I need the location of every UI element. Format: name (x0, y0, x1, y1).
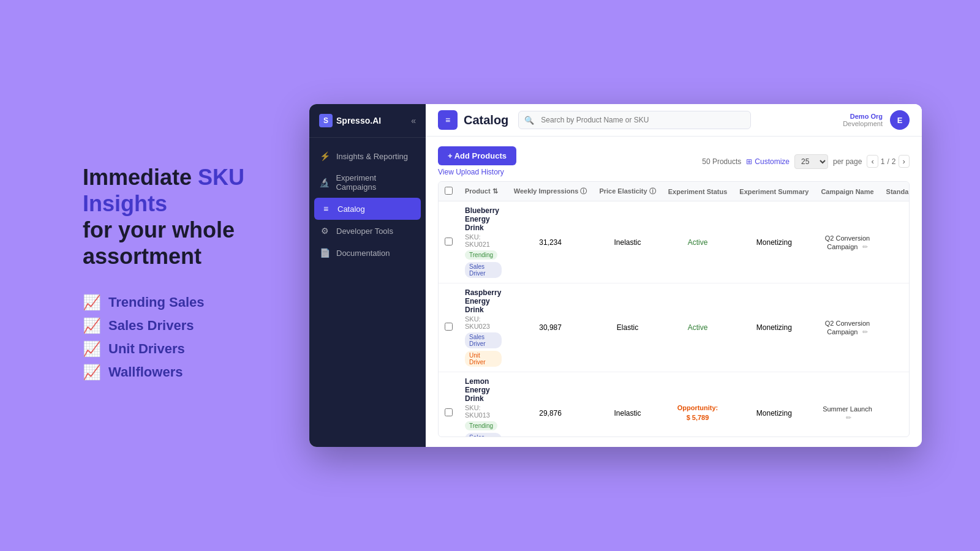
per-page-label: per page (833, 157, 862, 166)
sidebar-item-docs[interactable]: 📄 Documentation (309, 242, 426, 264)
exp-status-cell: Active (662, 201, 734, 283)
upload-history-link[interactable]: View Upload History (438, 168, 516, 176)
campaigns-icon: 🔬 (319, 178, 330, 187)
standard-price: $ 17.99 (909, 409, 910, 418)
page-total: 2 (892, 157, 896, 166)
catalog-nav-icon: ≡ (320, 204, 331, 214)
catalog-content: + Add Products View Upload History 50 Pr… (426, 137, 922, 447)
price-cell: $ 10.99 (880, 201, 910, 283)
sidebar-item-catalog[interactable]: ≡ Catalog (314, 198, 421, 220)
sales-drivers-icon: 📈 (83, 317, 101, 334)
sidebar-item-label: Documentation (336, 249, 390, 258)
sidebar-item-developer[interactable]: ⚙ Developer Tools (309, 220, 426, 242)
feature-label: Wallflowers (108, 364, 183, 380)
col-elasticity[interactable]: Price Elasticity ⓘ (593, 182, 662, 201)
col-impressions[interactable]: Weekly Impressions ⓘ (508, 182, 594, 201)
sidebar-item-insights[interactable]: ⚡ Insights & Reporting (309, 145, 426, 167)
top-bar: ≡ Catalog 🔍 Demo Org Development E (426, 104, 922, 137)
campaign-cell: Q2 Conversion Campaign ✏ (815, 283, 880, 372)
pagination: ‹ 1 / 2 › (867, 155, 910, 168)
per-page-select[interactable]: 25 50 100 (794, 154, 828, 169)
col-product[interactable]: Product ⇅ (459, 182, 508, 201)
customize-button[interactable]: ⊞ Customize (746, 157, 790, 166)
standard-price: $ 12.99 (909, 323, 910, 332)
search-icon: 🔍 (524, 116, 534, 125)
product-name: Blueberry Energy Drink (465, 206, 502, 232)
docs-icon: 📄 (319, 248, 330, 258)
feature-label: Trending Sales (108, 294, 205, 310)
list-item: 📈 Sales Drivers (83, 317, 285, 334)
page-separator: / (888, 157, 889, 166)
table-body: Blueberry Energy Drink SKU: SKU021 Trend… (439, 201, 910, 438)
impressions-cell: 31,234 (508, 201, 594, 283)
sidebar-item-label: Developer Tools (336, 227, 393, 236)
product-cell: Lemon Energy Drink SKU: SKU013 TrendingS… (459, 372, 508, 438)
elasticity-cell: Inelastic (593, 201, 662, 283)
add-products-button[interactable]: + Add Products (438, 146, 516, 165)
action-bar: + Add Products View Upload History 50 Pr… (438, 146, 910, 176)
avatar[interactable]: E (890, 110, 910, 130)
sidebar-item-label: Catalog (337, 204, 365, 214)
tag-trending: Trending (465, 250, 497, 260)
edit-campaign-icon[interactable]: ✏ (846, 414, 851, 421)
trending-sales-icon: 📈 (83, 294, 101, 311)
row-checkbox[interactable] (445, 323, 453, 331)
main-content: ≡ Catalog 🔍 Demo Org Development E + Add… (426, 104, 922, 447)
sidebar-nav: ⚡ Insights & Reporting 🔬 Experiment Camp… (309, 138, 426, 447)
col-campaign: Campaign Name (815, 182, 880, 201)
next-page-button[interactable]: › (899, 155, 910, 168)
row-checkbox[interactable] (445, 238, 453, 246)
hero-line3: assortment (83, 244, 202, 269)
row-checkbox-cell (439, 201, 459, 283)
prev-page-button[interactable]: ‹ (867, 155, 878, 168)
col-exp-summary: Experiment Summary (733, 182, 815, 201)
developer-icon: ⚙ (319, 226, 330, 236)
hero-heading: Immediate SKU Insights for your whole as… (83, 164, 285, 270)
sidebar-item-campaigns[interactable]: 🔬 Experiment Campaigns (309, 167, 426, 198)
logo-label: Spresso.AI (336, 116, 381, 126)
exp-summary-cell: Monetizing (733, 372, 815, 438)
list-item: 📈 Unit Drivers (83, 340, 285, 358)
customize-label: Customize (755, 157, 790, 166)
feature-list: 📈 Trending Sales 📈 Sales Drivers 📈 Unit … (83, 294, 285, 381)
elasticity-cell: Elastic (593, 283, 662, 372)
logo-icon: S (319, 114, 333, 127)
search-input[interactable] (518, 111, 751, 129)
products-table: Product ⇅ Weekly Impressions ⓘ Price Ela… (439, 182, 910, 437)
product-name: Lemon Energy Drink (465, 377, 502, 403)
table-row: Blueberry Energy Drink SKU: SKU021 Trend… (439, 201, 910, 283)
campaign-cell: Summer Launch ✏ (815, 372, 880, 438)
product-sku: SKU: SKU021 (465, 233, 502, 248)
standard-price: $ 10.99 (909, 238, 910, 247)
page-title: Catalog (464, 113, 508, 127)
search-bar: 🔍 (518, 111, 751, 129)
row-checkbox[interactable] (445, 408, 453, 416)
collapse-button[interactable]: « (411, 116, 416, 126)
list-item: 📈 Trending Sales (83, 294, 285, 311)
select-all-checkbox[interactable] (445, 187, 453, 195)
product-tags: Sales DriverUnit Driver (465, 332, 502, 367)
exp-status-cell: Active (662, 283, 734, 372)
tag-unit-driver: Unit Driver (465, 351, 502, 367)
sidebar-item-label: Insights & Reporting (336, 152, 408, 161)
exp-status: Active (688, 323, 708, 332)
table-row: Raspberry Energy Drink SKU: SKU023 Sales… (439, 283, 910, 372)
impressions-cell: 29,876 (508, 372, 594, 438)
hero-line2: for your whole (83, 217, 235, 242)
exp-status: Active (688, 238, 708, 247)
feature-label: Sales Drivers (108, 318, 194, 334)
campaign-cell: Q2 Conversion Campaign ✏ (815, 201, 880, 283)
tag-sales-driver: Sales Driver (465, 332, 502, 348)
opportunity: Opportunity:$ 5,789 (668, 403, 728, 422)
impressions-cell: 30,987 (508, 283, 594, 372)
wallflowers-icon: 📈 (83, 364, 101, 381)
edit-campaign-icon[interactable]: ✏ (862, 243, 868, 250)
list-item: 📈 Wallflowers (83, 364, 285, 381)
catalog-page-icon: ≡ (438, 110, 458, 130)
edit-campaign-icon[interactable]: ✏ (862, 328, 868, 335)
table-meta: 50 Products ⊞ Customize 25 50 100 per pa… (702, 154, 910, 169)
org-info: Demo Org Development (843, 113, 883, 127)
row-checkbox-cell (439, 372, 459, 438)
left-panel: Immediate SKU Insights for your whole as… (58, 140, 309, 412)
product-name: Raspberry Energy Drink (465, 288, 502, 314)
